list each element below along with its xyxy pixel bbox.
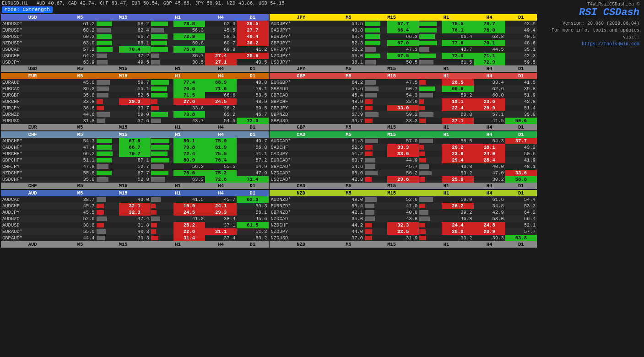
table-row: GBPCAD* 54.6 45.7 40.8 40.0 48.1: [270, 163, 537, 170]
h4-value: 63.8: [474, 33, 505, 40]
m15-bar: [364, 228, 387, 235]
m15-bar: [96, 209, 119, 216]
usd-m15: M15: [96, 14, 151, 21]
d1-value: 59.5: [237, 105, 268, 111]
m5-value: 48.8: [333, 27, 364, 33]
m15-bar: [364, 92, 387, 98]
topbar: EURUSD,H1 AUD 40.67, CAD 42.74, CHF 63.4…: [0, 0, 538, 6]
pair-name: EURAUD*: [1, 228, 64, 235]
h1-bar: [419, 79, 442, 86]
table-row: AUDJPY* 54.5 67.7 75.5 70.7 43.9: [270, 21, 537, 27]
h1-value: 76.1: [442, 27, 473, 33]
h4-value: 41.5: [474, 118, 505, 124]
m15-value: 29.3: [119, 98, 151, 105]
d1-value: 27.7: [237, 27, 268, 33]
cad-section-header: CAD M5 M15 H1 H4 D1: [270, 131, 537, 138]
m5-value: 36.6: [64, 105, 96, 111]
m5-value: 48.0: [333, 196, 364, 203]
table-row: GBPCHF* 51.1 67.1 80.9 76.4 57.2: [1, 157, 269, 163]
m15-bar: [96, 163, 119, 170]
pair-name: USDJPY*: [270, 59, 333, 65]
m5-value: 63.9: [64, 59, 96, 65]
pair-name: NZDCAD*: [270, 170, 333, 176]
pair-name: GBPAUD: [270, 86, 333, 92]
m15-bar: [96, 92, 119, 98]
h1-value: 33.6: [173, 105, 205, 111]
h1-value: 27.6: [173, 98, 205, 105]
table-row: EURNZD* 55.4 41.0 26.2 34.8 53.3: [270, 203, 537, 209]
usd-d1: D1: [237, 14, 268, 21]
m15-value: 37.6: [119, 118, 151, 124]
h4-value: 47.0: [474, 170, 505, 176]
m15-bar: [96, 176, 119, 183]
d1-value: 62.3: [237, 196, 268, 203]
d1-value: 51.9: [505, 92, 537, 98]
d1-value: 58.8: [505, 176, 537, 183]
h1-value: 70.6: [173, 86, 205, 92]
h1-bar: [151, 157, 173, 163]
m15-bar: [364, 157, 387, 163]
jpy-section-header: JPY M5 M15 H1 H4 D1: [270, 14, 537, 21]
pair-name: GBPUSD*: [1, 33, 64, 40]
usd-table: USD M5 M15 H1 H4 D1 AUDUSD* 61.2 68.2 73…: [1, 14, 269, 72]
chf-section-header: CHF M5 M15 H1 H4 D1: [1, 131, 269, 138]
h1-bar: [151, 27, 173, 33]
m15-bar: [364, 151, 387, 157]
table-row: NZDJPY 44.0 32.5 28.0 28.9 57.7: [270, 228, 537, 235]
table-row: EURJPY 36.6 33.7 33.6 36.2 59.5: [1, 105, 269, 111]
h1-value: 41.5: [173, 196, 205, 203]
h1-bar: [419, 157, 442, 163]
h4-value: 53.0: [474, 216, 505, 222]
m15-bar: [96, 228, 119, 235]
m5-value: 63.7: [333, 157, 364, 163]
d1-value: 37.7: [505, 138, 537, 144]
h1-bar: [151, 46, 173, 53]
table-row: NZDJPY* 56.0 67.5 72.0 71.1 42.3: [270, 53, 537, 59]
h1-bar: [419, 151, 442, 157]
page-layout: EURUSD,H1 AUD 40.67, CAD 42.74, CHF 63.4…: [0, 0, 538, 357]
table-row: EURUSD* 68.2 62.4 56.3 45.5 27.7: [1, 27, 269, 33]
m15-bar: [364, 27, 387, 33]
h1-bar: [419, 176, 442, 183]
h1-bar: [151, 105, 173, 111]
h1-value: 75.0: [173, 46, 205, 53]
d1-value: 46.7: [237, 111, 268, 118]
h1-value: 27.1: [442, 118, 473, 124]
h1-value: 31.4: [173, 235, 205, 241]
sidebar-link[interactable]: https://tools4win.com: [541, 41, 639, 48]
m5-value: 45.0: [64, 79, 96, 86]
pair-name: AUDCAD: [1, 196, 64, 203]
pair-name: EURNZD*: [270, 203, 333, 209]
pair-name: NZDCHF*: [1, 170, 64, 176]
d1-value: 58.1: [237, 86, 268, 92]
h1-bar: [419, 92, 442, 98]
m5-value: 52.6: [333, 144, 364, 151]
table-row: CHFJPY* 52.2 47.3 43.7 44.5 35.1: [270, 46, 537, 53]
m15-value: 31.9: [387, 235, 419, 241]
table-row: AUDCAD 38.7 43.0 41.5 45.7 62.3: [1, 196, 269, 203]
h1-bar: [151, 163, 173, 170]
h1-bar: [151, 98, 173, 105]
pair-name: CADJPY*: [270, 27, 333, 33]
d1-value: 63.8: [505, 235, 537, 241]
pair-name: GBPCAD: [270, 92, 333, 98]
h4-value: 24.1: [205, 203, 237, 209]
m15-value: 32.5: [387, 228, 419, 235]
table-row: USDCAD* 42.8 29.6 25.0 30.2 58.8: [270, 176, 537, 183]
m15-bar: [364, 138, 387, 144]
m15-bar: [364, 222, 387, 228]
h1-bar: [151, 111, 173, 118]
m15-bar: [364, 111, 387, 118]
table-row: AUDNZD* 48.0 52.6 59.0 61.6 54.4: [270, 196, 537, 203]
pair-name: CADJPY: [270, 151, 333, 157]
d1-value: 42.8: [505, 98, 537, 105]
table-row: EURGBP 35.8 52.5 71.5 66.6 58.5: [1, 92, 269, 98]
table-row: GBPCAD 45.4 54.3 59.2 60.0 51.9: [270, 92, 537, 98]
h1-value: 20.2: [442, 144, 473, 151]
h1-value: 75.6: [173, 170, 205, 176]
aud-footer: AUD M5 M15 H1 H4 D1: [1, 241, 269, 248]
jpy-footer: JPY M5 M15 H1 H4 D1: [270, 65, 537, 72]
chf-table: CHF M5 M15 H1 H4 D1 AUDCHF* 54.3 67.9 80…: [1, 131, 269, 189]
m15-value: 56.2: [387, 170, 419, 176]
d1-value: 72.3: [237, 118, 268, 124]
